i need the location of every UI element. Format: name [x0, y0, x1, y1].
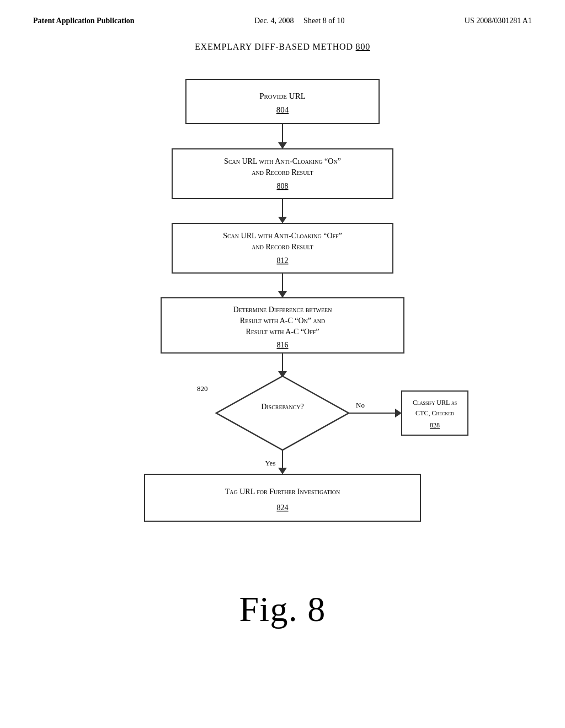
page: Patent Application Publication Dec. 4, 2…	[0, 0, 565, 728]
classify-ref: 828	[430, 421, 440, 429]
provide-url-label: Provide URL	[259, 92, 306, 100]
arrow1-head	[278, 142, 287, 149]
scan-off-ref: 812	[277, 256, 289, 265]
discrepancy-label: Discrepancy?	[261, 403, 304, 411]
determine-label1: Determine Difference between	[233, 306, 332, 314]
tag-url-label: Tag URL for Further Investigation	[225, 488, 340, 496]
header-patent-number: US 2008/0301281 A1	[465, 17, 532, 25]
title-number: 800	[356, 42, 370, 51]
scan-on-ref: 808	[277, 182, 289, 190]
classify-label2: CTC, Checked	[415, 409, 454, 417]
determine-ref: 816	[277, 341, 289, 349]
discrepancy-diamond	[216, 376, 349, 450]
determine-label2: Result with A-C “On” and	[240, 317, 325, 325]
scan-off-label2: and Record Result	[252, 243, 313, 251]
discrepancy-ref: 820	[197, 384, 208, 393]
tag-url-box	[145, 474, 420, 521]
scan-off-label1: Scan URL with Anti-Cloaking “Off”	[223, 232, 342, 240]
tag-url-ref: 824	[277, 504, 289, 512]
fig-text: Fig. 8	[239, 590, 326, 629]
determine-label3: Result with A-C “Off”	[246, 328, 319, 336]
header-date: Dec. 4, 2008	[254, 17, 294, 25]
header-publication: Patent Application Publication	[33, 17, 135, 25]
header-date-sheet: Dec. 4, 2008 Sheet 8 of 10	[254, 17, 344, 25]
flowchart: Provide URL 804 Scan URL with Anti-Cloak…	[89, 74, 476, 556]
arrow3-head	[278, 291, 287, 298]
provide-url-ref: 804	[276, 105, 289, 114]
page-header: Patent Application Publication Dec. 4, 2…	[33, 17, 532, 25]
title-text: Exemplary Diff-Based Method 800	[195, 42, 370, 51]
yes-label: Yes	[265, 459, 276, 467]
diagram-title: Exemplary Diff-Based Method 800	[33, 42, 532, 52]
provide-url-box	[186, 79, 379, 124]
classify-label1: Classify URL as	[413, 399, 457, 406]
no-arrow-head	[395, 409, 402, 417]
yes-arrow-head	[278, 468, 287, 474]
flowchart-svg: Provide URL 804 Scan URL with Anti-Cloak…	[89, 74, 476, 554]
figure-label: Fig. 8	[33, 589, 532, 630]
scan-on-label2: and Record Result	[252, 168, 313, 176]
no-label: No	[356, 401, 365, 409]
arrow2-head	[278, 217, 287, 223]
header-sheet: Sheet 8 of 10	[303, 17, 344, 25]
scan-on-label1: Scan URL with Anti-Cloaking “On”	[224, 157, 341, 165]
